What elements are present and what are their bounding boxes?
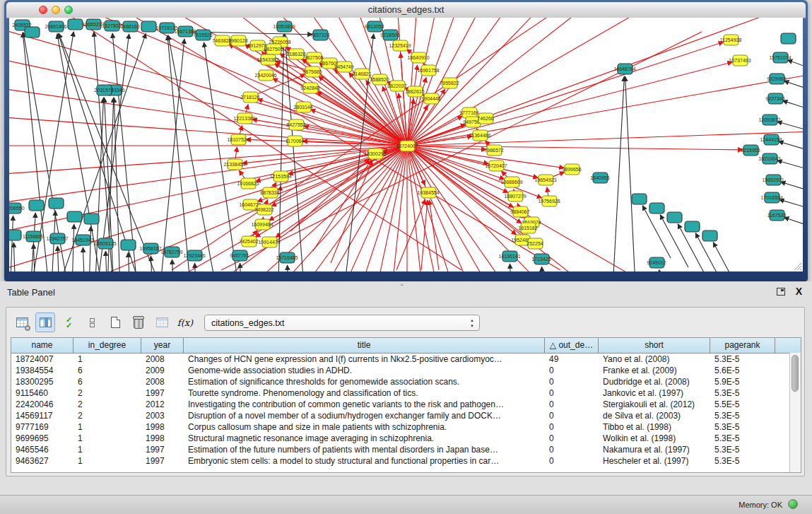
memory-status-indicator[interactable] — [788, 499, 798, 509]
close-panel-icon[interactable]: X — [796, 286, 802, 297]
graph-node[interactable]: 7986572 — [484, 145, 503, 156]
cell-year[interactable]: 1997 — [141, 387, 184, 399]
cell-out_de[interactable]: 0 — [545, 455, 599, 467]
cell-short[interactable]: Stergiakouli et al. (2012) — [599, 399, 710, 410]
graph-node[interactable]: 7425402 — [239, 236, 258, 247]
table-row[interactable]: 977716911998Corpus callosum shape and si… — [11, 421, 801, 433]
cell-pagerank[interactable]: 5.5E-5 — [710, 399, 775, 410]
graph-node[interactable]: 12444158 — [760, 134, 782, 145]
column-header-year[interactable]: year — [141, 338, 184, 353]
cell-title[interactable]: Estimation of the future numbers of pati… — [184, 444, 545, 455]
graph-node[interactable]: 7955822 — [440, 78, 459, 88]
resize-grip-icon[interactable] — [791, 259, 802, 271]
graph-node[interactable]: 17016504 — [760, 192, 782, 203]
graph-node[interactable]: 19384554 — [417, 187, 439, 198]
cell-out_de[interactable]: 0 — [545, 410, 599, 421]
graph-node[interactable]: 21364486 — [469, 130, 490, 141]
graph-node[interactable]: 11254938 — [720, 35, 742, 45]
cell-pagerank[interactable]: 5.3E-5 — [710, 444, 775, 455]
graph-node[interactable]: 12213389 — [233, 113, 255, 124]
graph-node[interactable]: 8427552 — [286, 119, 305, 130]
function-builder-button[interactable]: f(x) — [175, 313, 195, 332]
cell-in_degree[interactable]: 1 — [73, 354, 141, 365]
cell-out_de[interactable]: 0 — [545, 399, 599, 410]
graph-node[interactable]: 8813054 — [365, 21, 384, 32]
graph-node[interactable]: 1527802 — [102, 21, 121, 31]
cell-name[interactable]: 9699695 — [11, 433, 73, 444]
citation-network-graph[interactable]: 2405572208914061065523715278026466160107… — [9, 18, 803, 271]
graph-node[interactable]: 9146821 — [352, 69, 371, 79]
graph-node[interactable]: 9498222 — [254, 204, 273, 215]
graph-node[interactable]: 21338454 — [223, 159, 245, 170]
graph-node[interactable]: 15692971 — [762, 175, 784, 185]
select-all-checks-button[interactable]: ✓✓ — [59, 313, 78, 332]
cell-year[interactable]: 2008 — [141, 354, 184, 365]
graph-node[interactable]: 9884067 — [510, 206, 529, 217]
column-header-title[interactable]: title — [184, 338, 545, 353]
cell-title[interactable]: Estimation of significance thresholds fo… — [184, 376, 545, 387]
graph-node[interactable]: 9242848 — [300, 83, 319, 93]
table-row[interactable]: 1830029562008Estimation of significance … — [11, 376, 801, 387]
cell-pagerank[interactable]: 5.3E-5 — [710, 354, 775, 365]
cell-pagerank[interactable]: 5.6E-5 — [710, 365, 775, 376]
graph-node[interactable]: 8878334 — [260, 187, 279, 198]
column-header-in_degree[interactable]: in_degree — [73, 338, 141, 353]
cell-title[interactable]: Corpus callosum shape and size in male p… — [184, 421, 545, 433]
cell-pagerank[interactable]: 5.3E-5 — [710, 455, 775, 467]
graph-node[interactable]: 16648784 — [613, 64, 635, 74]
graph-node[interactable] — [781, 33, 796, 44]
cell-title[interactable]: Genome-wide association studies in ADHD. — [184, 365, 545, 376]
graph-node[interactable]: 9227343 — [765, 93, 784, 104]
graph-node[interactable] — [29, 200, 44, 211]
cell-in_degree[interactable]: 1 — [73, 421, 141, 433]
cell-in_degree[interactable]: 6 — [73, 376, 141, 387]
graph-node[interactable]: 10737493 — [729, 55, 751, 66]
graph-node[interactable]: 9457751 — [230, 250, 249, 261]
cell-year[interactable]: 2003 — [141, 410, 184, 421]
cell-short[interactable]: Dudbridge et al. (2008) — [599, 376, 710, 387]
graph-node[interactable] — [49, 198, 64, 209]
table-row[interactable]: 946554611997Estimation of the future num… — [11, 444, 801, 455]
graph-node[interactable]: 12093872 — [758, 115, 780, 125]
graph-node[interactable]: 12923446 — [183, 250, 205, 261]
graph-node[interactable] — [667, 212, 682, 223]
cell-name[interactable]: 18300295 — [11, 376, 73, 387]
graph-node[interactable]: 18640910 — [407, 52, 429, 63]
cell-year[interactable]: 2008 — [141, 376, 184, 387]
table-row[interactable]: 946362711997Embryonic stem cells: a mode… — [11, 455, 801, 467]
graph-node[interactable]: 9899656 — [562, 164, 581, 175]
graph-node[interactable]: 1588520 — [370, 74, 389, 85]
graph-node[interactable]: 12942757 — [46, 233, 68, 244]
cell-title[interactable]: Structural magnetic resonance image aver… — [184, 433, 545, 444]
graph-node[interactable]: 15720407 — [485, 160, 507, 171]
cell-name[interactable]: 18724007 — [11, 354, 73, 365]
cell-name[interactable]: 19384554 — [11, 365, 73, 376]
scrollbar-thumb[interactable] — [792, 355, 799, 392]
cell-title[interactable]: Disruption of a novel member of a sodium… — [184, 410, 545, 421]
cell-out_de[interactable]: 0 — [545, 444, 599, 455]
graph-node[interactable]: 746266 — [477, 113, 493, 124]
graph-node[interactable]: 18107524 — [227, 134, 249, 145]
graph-node[interactable]: 1167533 — [767, 210, 787, 221]
graph-node[interactable]: 1713426 — [531, 254, 551, 264]
table-row[interactable]: 1456911722003Disruption of a novel membe… — [11, 410, 801, 421]
graph-node[interactable]: 16543382 — [257, 54, 278, 65]
graph-node[interactable] — [632, 194, 647, 204]
table-settings-button[interactable] — [12, 313, 32, 332]
graph-node[interactable]: 9329966 — [767, 74, 786, 84]
graph-node[interactable]: 1640955 — [590, 173, 609, 183]
cell-out_de[interactable]: 0 — [545, 376, 599, 387]
graph-node[interactable]: 2718126 — [240, 92, 259, 103]
cell-out_de[interactable]: 0 — [545, 365, 599, 376]
graph-node[interactable]: 19166825 — [237, 178, 259, 189]
graph-node[interactable]: 252254 — [526, 238, 543, 249]
graph-node[interactable]: 23420046 — [254, 70, 276, 81]
graph-node[interactable]: 16961758 — [417, 65, 439, 76]
cell-in_degree[interactable]: 1 — [73, 444, 141, 455]
column-header-pagerank[interactable]: pagerank — [710, 338, 775, 353]
graph-node[interactable]: 8822037 — [387, 81, 406, 91]
graph-node[interactable]: 12153594 — [269, 171, 291, 182]
table-selector-dropdown[interactable]: citations_edges.txt▲▼ — [204, 315, 480, 331]
cell-in_degree[interactable]: 2 — [73, 410, 141, 421]
cell-year[interactable]: 2009 — [141, 365, 184, 376]
